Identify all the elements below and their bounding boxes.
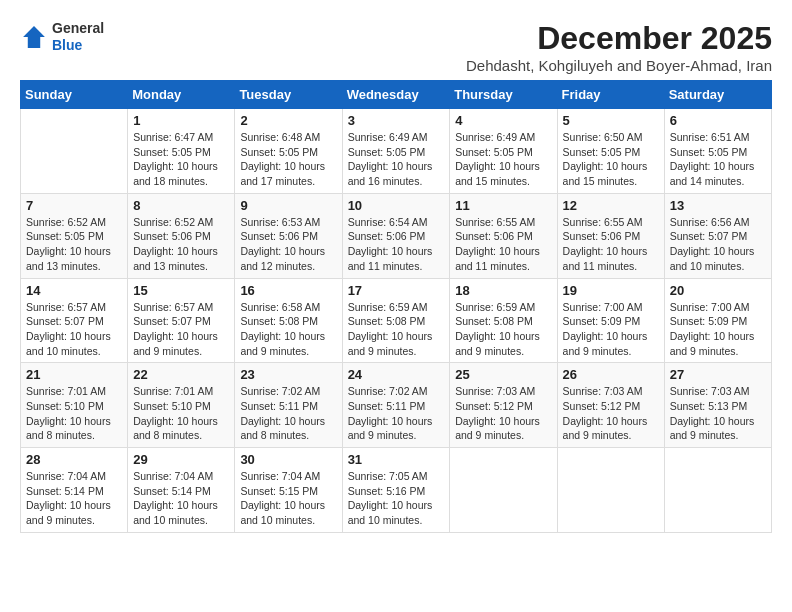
day-number: 8 [133,198,229,213]
calendar-cell: 23Sunrise: 7:02 AM Sunset: 5:11 PM Dayli… [235,363,342,448]
day-number: 28 [26,452,122,467]
day-detail: Sunrise: 6:53 AM Sunset: 5:06 PM Dayligh… [240,215,336,274]
day-detail: Sunrise: 6:57 AM Sunset: 5:07 PM Dayligh… [26,300,122,359]
svg-marker-0 [23,26,45,48]
calendar-cell: 13Sunrise: 6:56 AM Sunset: 5:07 PM Dayli… [664,193,771,278]
calendar-cell: 7Sunrise: 6:52 AM Sunset: 5:05 PM Daylig… [21,193,128,278]
calendar-cell: 4Sunrise: 6:49 AM Sunset: 5:05 PM Daylig… [450,109,557,194]
day-number: 27 [670,367,766,382]
calendar-cell: 21Sunrise: 7:01 AM Sunset: 5:10 PM Dayli… [21,363,128,448]
day-detail: Sunrise: 7:04 AM Sunset: 5:14 PM Dayligh… [26,469,122,528]
day-number: 6 [670,113,766,128]
calendar-cell: 24Sunrise: 7:02 AM Sunset: 5:11 PM Dayli… [342,363,450,448]
calendar-cell: 8Sunrise: 6:52 AM Sunset: 5:06 PM Daylig… [128,193,235,278]
calendar-cell [450,448,557,533]
day-number: 12 [563,198,659,213]
logo: General Blue [20,20,104,54]
calendar-table: SundayMondayTuesdayWednesdayThursdayFrid… [20,80,772,533]
calendar-cell: 10Sunrise: 6:54 AM Sunset: 5:06 PM Dayli… [342,193,450,278]
weekday-header-saturday: Saturday [664,81,771,109]
calendar-cell: 18Sunrise: 6:59 AM Sunset: 5:08 PM Dayli… [450,278,557,363]
day-number: 14 [26,283,122,298]
day-number: 5 [563,113,659,128]
day-detail: Sunrise: 7:02 AM Sunset: 5:11 PM Dayligh… [240,384,336,443]
day-detail: Sunrise: 6:59 AM Sunset: 5:08 PM Dayligh… [348,300,445,359]
calendar-cell: 16Sunrise: 6:58 AM Sunset: 5:08 PM Dayli… [235,278,342,363]
day-detail: Sunrise: 6:49 AM Sunset: 5:05 PM Dayligh… [348,130,445,189]
day-number: 24 [348,367,445,382]
day-number: 19 [563,283,659,298]
day-detail: Sunrise: 7:03 AM Sunset: 5:12 PM Dayligh… [563,384,659,443]
calendar-cell: 9Sunrise: 6:53 AM Sunset: 5:06 PM Daylig… [235,193,342,278]
day-number: 25 [455,367,551,382]
day-detail: Sunrise: 6:56 AM Sunset: 5:07 PM Dayligh… [670,215,766,274]
day-detail: Sunrise: 7:01 AM Sunset: 5:10 PM Dayligh… [133,384,229,443]
location-subtitle: Dehdasht, Kohgiluyeh and Boyer-Ahmad, Ir… [466,57,772,74]
day-number: 16 [240,283,336,298]
day-detail: Sunrise: 6:54 AM Sunset: 5:06 PM Dayligh… [348,215,445,274]
day-number: 29 [133,452,229,467]
day-number: 2 [240,113,336,128]
day-number: 11 [455,198,551,213]
day-number: 9 [240,198,336,213]
calendar-cell: 5Sunrise: 6:50 AM Sunset: 5:05 PM Daylig… [557,109,664,194]
day-detail: Sunrise: 6:49 AM Sunset: 5:05 PM Dayligh… [455,130,551,189]
weekday-header-monday: Monday [128,81,235,109]
calendar-cell: 30Sunrise: 7:04 AM Sunset: 5:15 PM Dayli… [235,448,342,533]
calendar-week-row: 28Sunrise: 7:04 AM Sunset: 5:14 PM Dayli… [21,448,772,533]
month-year-title: December 2025 [466,20,772,57]
calendar-cell: 31Sunrise: 7:05 AM Sunset: 5:16 PM Dayli… [342,448,450,533]
calendar-cell: 26Sunrise: 7:03 AM Sunset: 5:12 PM Dayli… [557,363,664,448]
calendar-cell: 25Sunrise: 7:03 AM Sunset: 5:12 PM Dayli… [450,363,557,448]
day-number: 30 [240,452,336,467]
calendar-week-row: 7Sunrise: 6:52 AM Sunset: 5:05 PM Daylig… [21,193,772,278]
day-number: 22 [133,367,229,382]
day-number: 31 [348,452,445,467]
day-number: 10 [348,198,445,213]
calendar-week-row: 14Sunrise: 6:57 AM Sunset: 5:07 PM Dayli… [21,278,772,363]
calendar-cell: 6Sunrise: 6:51 AM Sunset: 5:05 PM Daylig… [664,109,771,194]
calendar-cell: 1Sunrise: 6:47 AM Sunset: 5:05 PM Daylig… [128,109,235,194]
day-number: 3 [348,113,445,128]
weekday-header-row: SundayMondayTuesdayWednesdayThursdayFrid… [21,81,772,109]
calendar-week-row: 21Sunrise: 7:01 AM Sunset: 5:10 PM Dayli… [21,363,772,448]
logo-blue: Blue [52,37,104,54]
day-detail: Sunrise: 6:55 AM Sunset: 5:06 PM Dayligh… [563,215,659,274]
day-number: 20 [670,283,766,298]
day-detail: Sunrise: 7:04 AM Sunset: 5:15 PM Dayligh… [240,469,336,528]
logo-icon [20,23,48,51]
day-number: 18 [455,283,551,298]
day-detail: Sunrise: 7:00 AM Sunset: 5:09 PM Dayligh… [670,300,766,359]
day-detail: Sunrise: 7:01 AM Sunset: 5:10 PM Dayligh… [26,384,122,443]
day-detail: Sunrise: 6:52 AM Sunset: 5:06 PM Dayligh… [133,215,229,274]
calendar-cell: 11Sunrise: 6:55 AM Sunset: 5:06 PM Dayli… [450,193,557,278]
logo-text: General Blue [52,20,104,54]
day-detail: Sunrise: 6:59 AM Sunset: 5:08 PM Dayligh… [455,300,551,359]
day-detail: Sunrise: 7:00 AM Sunset: 5:09 PM Dayligh… [563,300,659,359]
day-number: 4 [455,113,551,128]
title-block: December 2025 Dehdasht, Kohgiluyeh and B… [466,20,772,74]
day-detail: Sunrise: 7:03 AM Sunset: 5:12 PM Dayligh… [455,384,551,443]
day-number: 7 [26,198,122,213]
day-detail: Sunrise: 6:58 AM Sunset: 5:08 PM Dayligh… [240,300,336,359]
day-detail: Sunrise: 7:05 AM Sunset: 5:16 PM Dayligh… [348,469,445,528]
calendar-cell: 22Sunrise: 7:01 AM Sunset: 5:10 PM Dayli… [128,363,235,448]
day-number: 13 [670,198,766,213]
weekday-header-sunday: Sunday [21,81,128,109]
day-detail: Sunrise: 6:52 AM Sunset: 5:05 PM Dayligh… [26,215,122,274]
calendar-cell: 15Sunrise: 6:57 AM Sunset: 5:07 PM Dayli… [128,278,235,363]
calendar-cell: 2Sunrise: 6:48 AM Sunset: 5:05 PM Daylig… [235,109,342,194]
day-detail: Sunrise: 6:55 AM Sunset: 5:06 PM Dayligh… [455,215,551,274]
day-number: 21 [26,367,122,382]
calendar-cell [664,448,771,533]
day-detail: Sunrise: 6:50 AM Sunset: 5:05 PM Dayligh… [563,130,659,189]
calendar-cell: 19Sunrise: 7:00 AM Sunset: 5:09 PM Dayli… [557,278,664,363]
calendar-cell: 12Sunrise: 6:55 AM Sunset: 5:06 PM Dayli… [557,193,664,278]
calendar-cell: 27Sunrise: 7:03 AM Sunset: 5:13 PM Dayli… [664,363,771,448]
page-header: General Blue December 2025 Dehdasht, Koh… [20,20,772,74]
calendar-cell [21,109,128,194]
weekday-header-tuesday: Tuesday [235,81,342,109]
calendar-cell: 28Sunrise: 7:04 AM Sunset: 5:14 PM Dayli… [21,448,128,533]
calendar-cell: 20Sunrise: 7:00 AM Sunset: 5:09 PM Dayli… [664,278,771,363]
day-number: 23 [240,367,336,382]
